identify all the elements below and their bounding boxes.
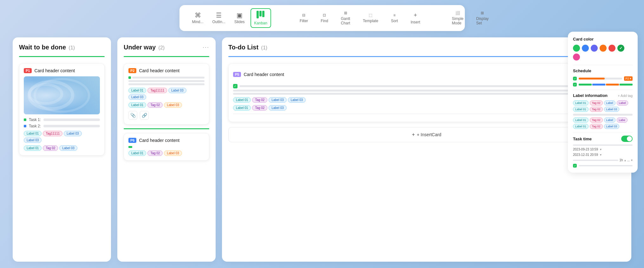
display-set-label: Display Set bbox=[476, 16, 489, 25]
label-tag: Label 03 bbox=[269, 97, 286, 103]
insert-icon: + bbox=[414, 12, 417, 19]
start-time-dropdown[interactable]: ▾ bbox=[600, 148, 602, 151]
color-orange[interactable] bbox=[600, 45, 607, 52]
right-panel: Card color Schedule ✓ P2 ▾ ✓ L bbox=[568, 32, 638, 173]
card-p6[interactable]: P6 Card header content Label 01 Tag 02 L… bbox=[124, 133, 209, 161]
panel-label: Tag 02 bbox=[590, 118, 603, 123]
find-btn[interactable]: ⊡ Find bbox=[318, 11, 331, 25]
gantt-label: Gantt Chart bbox=[341, 16, 350, 25]
sidebar-item-mind[interactable]: ⌘ Mind... bbox=[189, 10, 207, 26]
label-tag: Tag 02 bbox=[43, 145, 58, 151]
sidebar-item-slides[interactable]: ▣ Slides bbox=[231, 10, 248, 26]
todo-divider bbox=[228, 56, 625, 57]
toolbar: ⌘ Mind... ☰ Outlin... ▣ Slides bbox=[179, 5, 465, 31]
priority-p2-dropdown[interactable]: P2 ▾ bbox=[624, 76, 633, 81]
sort-btn[interactable]: ≡ Sort bbox=[388, 11, 401, 25]
priority-badge-p6: P6 bbox=[128, 138, 136, 143]
label-row-2: Label 01 Tag 02 Label 03 bbox=[573, 107, 633, 112]
wait-title-text: Wait to be done bbox=[19, 44, 66, 51]
label-row-4: Label 01 Tag 02 Label 03 bbox=[573, 124, 633, 129]
card-p2[interactable]: P2 Card header content Label 01 Tag11111… bbox=[124, 63, 209, 124]
color-green[interactable] bbox=[573, 45, 580, 52]
display-set-btn[interactable]: ⊞ Display Set bbox=[473, 9, 492, 27]
card-p1-labels-row2: Label 01 Tag 02 Label 03 bbox=[24, 145, 100, 151]
label-info-header: Label information + Add tag bbox=[573, 93, 633, 98]
sidebar-item-outline[interactable]: ☰ Outlin... bbox=[209, 10, 229, 26]
checkbox-1[interactable]: ✓ bbox=[233, 84, 237, 88]
column-underway: Under way (2) ··· P2 Card header content bbox=[117, 37, 216, 262]
card-p2-labels-row2: Label 01 Tag 02 Label 03 bbox=[128, 102, 205, 108]
label-divider-bar bbox=[573, 114, 633, 116]
color-pink[interactable] bbox=[573, 54, 580, 61]
slides-icon: ▣ bbox=[237, 12, 243, 18]
template-label: Template bbox=[363, 19, 378, 23]
card-p2-icons: 📎 🔗 bbox=[128, 111, 205, 120]
column-underway-title: Under way (2) bbox=[124, 44, 165, 51]
attachment-icon[interactable]: 📎 bbox=[128, 111, 137, 120]
simple-mode-icon: ⬜ bbox=[455, 11, 460, 15]
panel-label: Tag 02 bbox=[590, 124, 603, 129]
svg-rect-1 bbox=[259, 11, 262, 16]
filter-btn[interactable]: ⊟ Filter bbox=[296, 11, 311, 25]
end-time-row: 2023-12-31 20:59 ▾ bbox=[573, 153, 633, 156]
todo-title-text: To-do List bbox=[228, 44, 258, 51]
label-tag: Label 03 bbox=[164, 150, 182, 156]
time-row-bar bbox=[573, 144, 633, 146]
color-blue[interactable] bbox=[582, 45, 589, 52]
insert-card-label: + InsertCard bbox=[417, 132, 441, 137]
color-indigo[interactable] bbox=[591, 45, 598, 52]
template-btn[interactable]: ⬚ Template bbox=[360, 11, 381, 25]
gantt-btn[interactable]: ⊞ Gantt Chart bbox=[338, 9, 353, 27]
schedule-check-2[interactable]: ✓ bbox=[573, 83, 577, 86]
simple-mode-btn[interactable]: ⬜ Simple Mode bbox=[449, 9, 467, 27]
column-todo-header: To-do List (1) bbox=[228, 44, 625, 51]
sidebar-item-kanban[interactable]: Kanban bbox=[250, 8, 271, 28]
underway-count: (2) bbox=[159, 45, 165, 50]
insert-card-btn[interactable]: + + InsertCard bbox=[228, 127, 625, 142]
color-palette bbox=[573, 45, 633, 61]
duration-stepper-down[interactable]: ▾ bbox=[631, 158, 633, 162]
color-red[interactable] bbox=[608, 45, 615, 52]
label-tag: Label 01 bbox=[128, 88, 146, 93]
kanban-label: Kanban bbox=[254, 21, 267, 25]
column-todo-title: To-do List (1) bbox=[228, 44, 267, 51]
card-p1-image bbox=[24, 76, 100, 114]
task-time-toggle[interactable] bbox=[621, 136, 633, 142]
task-1-bar bbox=[43, 118, 100, 121]
more-menu-btn[interactable]: ··· bbox=[203, 44, 209, 51]
panel-label: Label bbox=[604, 118, 615, 123]
task-time-header: Task time bbox=[573, 136, 633, 142]
progress-bar-1 bbox=[132, 77, 205, 79]
task-1-dot bbox=[24, 118, 26, 121]
seg-green bbox=[579, 84, 592, 86]
add-tag-btn[interactable]: + Add tag bbox=[618, 94, 633, 98]
task-2-line: Task 2: bbox=[24, 124, 100, 128]
panel-label: Label 01 bbox=[573, 100, 589, 105]
schedule-check-1[interactable]: ✓ bbox=[573, 77, 577, 80]
insert-btn[interactable]: + Insert bbox=[407, 10, 423, 26]
label-tag: Label 03 bbox=[168, 88, 186, 93]
card-p5-header: P5 Card header content 🔒 bbox=[233, 68, 620, 81]
schedule-title: Schedule bbox=[573, 68, 633, 73]
end-time-dropdown[interactable]: ▾ bbox=[600, 153, 602, 156]
panel-label: Tag 02 bbox=[590, 100, 603, 105]
card-p6-title: Card header content bbox=[139, 138, 179, 143]
seg-orange bbox=[606, 84, 619, 86]
card-p6-header: P6 Card header content bbox=[128, 138, 205, 143]
card-color-title: Card color bbox=[573, 37, 633, 41]
schedule-row-1: ✓ P2 ▾ bbox=[573, 76, 633, 81]
bottom-checkbox[interactable]: ✓ bbox=[573, 164, 577, 168]
label-tag: Label 03 bbox=[64, 131, 81, 136]
duration-stepper-up[interactable]: ▴ bbox=[624, 158, 626, 162]
outline-icon: ☰ bbox=[216, 12, 222, 18]
card-p1[interactable]: P1 Card header content Task 1: bbox=[19, 63, 105, 156]
card-p5[interactable]: P5 Card header content 🔒 ✓ Lab bbox=[228, 63, 625, 122]
panel-label: Label 01 bbox=[573, 118, 589, 123]
priority-badge-p1: P1 bbox=[24, 68, 32, 73]
color-check-green[interactable] bbox=[617, 45, 624, 52]
link-icon[interactable]: 🔗 bbox=[140, 111, 149, 120]
start-time: 2023-09-23 10:59 bbox=[573, 148, 598, 151]
seg-green2 bbox=[620, 84, 633, 86]
svg-rect-0 bbox=[257, 11, 259, 18]
todo-count: (1) bbox=[261, 45, 268, 50]
